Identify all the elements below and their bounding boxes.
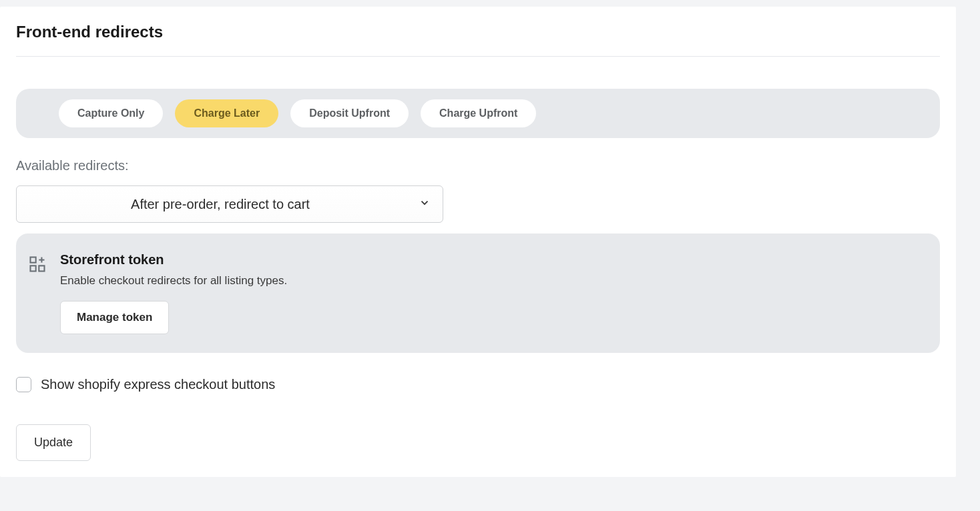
express-checkout-label: Show shopify express checkout buttons [41,377,275,392]
tab-capture-only[interactable]: Capture Only [59,99,163,127]
token-description: Enable checkout redirects for all listin… [60,274,921,288]
manage-token-button[interactable]: Manage token [60,301,169,334]
express-checkout-row: Show shopify express checkout buttons [16,377,940,392]
token-content: Storefront token Enable checkout redirec… [60,252,921,334]
chevron-down-icon [419,197,431,212]
redirect-select[interactable]: After pre-order, redirect to cart [16,185,443,223]
svg-rect-2 [39,266,44,271]
tab-deposit-upfront[interactable]: Deposit Upfront [290,99,409,127]
token-title: Storefront token [60,252,921,268]
tab-charge-upfront[interactable]: Charge Upfront [421,99,536,127]
settings-card: Front-end redirects Capture Only Charge … [0,7,956,477]
page-title: Front-end redirects [16,23,940,41]
app-icon [28,252,47,334]
tabs-container: Capture Only Charge Later Deposit Upfron… [16,89,940,138]
svg-rect-1 [31,266,36,271]
tab-charge-later[interactable]: Charge Later [175,99,278,127]
storefront-token-panel: Storefront token Enable checkout redirec… [16,233,940,353]
redirect-select-value: After pre-order, redirect to cart [131,197,310,212]
express-checkout-checkbox[interactable] [16,377,31,392]
svg-rect-0 [31,258,36,263]
update-button[interactable]: Update [16,424,91,461]
redirect-select-wrapper: After pre-order, redirect to cart [16,185,443,223]
page-container: Front-end redirects Capture Only Charge … [0,0,980,497]
available-redirects-label: Available redirects: [16,158,940,173]
divider [16,56,940,57]
